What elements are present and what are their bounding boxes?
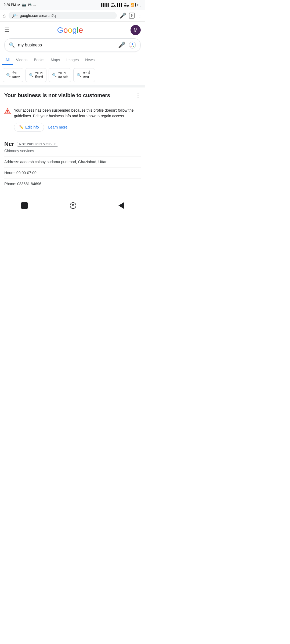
chip-mera-vyapar[interactable]: 🔍 मेरा व्यापार: [3, 68, 23, 82]
chip-search-icon-3: 🔍: [52, 73, 57, 77]
search-input[interactable]: my business: [18, 43, 115, 47]
vo-wifi-label: VoWiFi: [111, 2, 116, 8]
avatar-letter: M: [133, 27, 137, 33]
url-text: google.com/search?q: [20, 13, 56, 18]
business-hours: Hours: 09:00-07:00: [4, 171, 37, 175]
warning-icon: [4, 108, 11, 115]
back-square-button[interactable]: [21, 202, 28, 209]
chip-vyapar-arth[interactable]: 🔍 व्यापार का अर्थ: [49, 68, 71, 82]
notification-m: M: [17, 3, 20, 7]
svg-point-2: [133, 46, 134, 47]
business-phone-row: Phone: 083681 84696: [4, 178, 141, 189]
edit-info-button[interactable]: ✏️ Edit info: [14, 123, 44, 132]
chip-search-icon-4: 🔍: [77, 73, 81, 77]
business-header: Your business is not visible to customer…: [4, 92, 141, 99]
chip-kamai[interactable]: 🔍 कमाई व्यापा...: [73, 68, 95, 82]
pencil-icon: ✏️: [19, 125, 24, 129]
time-display: 9:29 PM: [4, 3, 16, 7]
home-icon[interactable]: ⌂: [3, 13, 6, 19]
section-divider: [0, 85, 145, 87]
tab-books[interactable]: Books: [31, 55, 48, 65]
business-address: Address: aadarsh colony sudama puri road…: [4, 160, 107, 164]
bottom-nav: [0, 199, 145, 213]
suspended-text-block: Your access has been suspended because t…: [14, 108, 141, 132]
browser-bar: ⌂ 🔎- google.com/search?q 🎤 6 ⋮: [0, 10, 145, 22]
tab-all[interactable]: All: [2, 55, 13, 65]
chip-vyapar-vicharon[interactable]: 🔍 व्यापार विचारों: [26, 68, 46, 82]
suspended-notice: Your access has been suspended because t…: [0, 103, 145, 136]
business-hours-row: Hours: 09:00-07:00: [4, 167, 141, 178]
voice-search-icon[interactable]: 🎤: [118, 42, 125, 49]
avatar[interactable]: M: [130, 25, 141, 35]
business-options-menu-icon[interactable]: ⋮: [132, 92, 141, 99]
lens-icon[interactable]: [129, 41, 136, 49]
business-section: Your business is not visible to customer…: [0, 87, 145, 99]
suggested-chips-row: 🔍 मेरा व्यापार 🔍 व्यापार विचारों 🔍 व्याप…: [0, 65, 145, 85]
back-arrow-button[interactable]: [118, 202, 124, 209]
business-phone: Phone: 083681 84696: [4, 182, 41, 186]
chip-search-icon-2: 🔍: [29, 73, 34, 77]
google-header: ☰ Google M: [0, 22, 145, 38]
lock-icon: 🔎-: [12, 13, 18, 18]
business-visibility-title: Your business is not visible to customer…: [4, 92, 132, 99]
wifi-icon: 📶: [130, 3, 134, 7]
browser-menu-icon[interactable]: ⋮: [137, 12, 142, 19]
tab-count[interactable]: 6: [129, 13, 135, 19]
svg-point-1: [130, 46, 132, 47]
home-circle-inner: [72, 204, 74, 206]
business-address-row: Address: aadarsh colony sudama puri road…: [4, 156, 141, 167]
more-dots: ···: [33, 3, 36, 7]
battery-display: 71: [135, 3, 141, 7]
biz-name-row: Ncr NOT PUBLICLY VISIBLE: [4, 141, 141, 148]
tabs-row: All Videos Books Maps Images News: [0, 55, 145, 65]
screenshot-icon: 📷: [22, 3, 26, 7]
url-bar[interactable]: 🔎- google.com/search?q: [9, 12, 117, 19]
search-icon: 🔍: [9, 42, 15, 48]
learn-more-button[interactable]: Learn more: [48, 125, 68, 129]
gamepad-icon: 🎮: [28, 3, 32, 7]
vo-wifi2-label: VoWiFi: [124, 2, 129, 8]
learn-more-label: Learn more: [48, 125, 68, 129]
signal-icon: ▌▌▌▌: [101, 3, 110, 6]
business-category: Chimney services: [4, 149, 141, 153]
business-name: Ncr: [4, 141, 14, 148]
not-publicly-visible-badge: NOT PUBLICLY VISIBLE: [17, 142, 58, 147]
search-box[interactable]: 🔍 my business 🎤: [4, 38, 141, 52]
action-buttons: ✏️ Edit info Learn more: [14, 123, 141, 132]
search-container: 🔍 my business 🎤: [0, 38, 145, 55]
tab-videos[interactable]: Videos: [13, 55, 31, 65]
chip-search-icon-1: 🔍: [6, 73, 11, 77]
status-right: ▌▌▌▌ VoWiFi ▌▌▌ VoWiFi 📶 71: [101, 2, 141, 8]
status-bar: 9:29 PM M 📷 🎮 ··· ▌▌▌▌ VoWiFi ▌▌▌ VoWiFi…: [0, 0, 145, 10]
tab-maps[interactable]: Maps: [48, 55, 63, 65]
hamburger-menu-icon[interactable]: ☰: [4, 27, 10, 33]
tab-images[interactable]: Images: [63, 55, 82, 65]
business-details: Ncr NOT PUBLICLY VISIBLE Chimney service…: [0, 136, 145, 193]
signal2-icon: ▌▌▌: [117, 3, 123, 6]
microphone-icon[interactable]: 🎤: [119, 12, 126, 19]
tab-news[interactable]: News: [82, 55, 98, 65]
status-left: 9:29 PM M 📷 🎮 ···: [4, 3, 36, 7]
home-circle-button[interactable]: [70, 202, 76, 209]
svg-point-4: [7, 112, 8, 113]
google-logo: Google: [57, 25, 83, 35]
suspended-message: Your access has been suspended because t…: [14, 108, 141, 119]
edit-info-label: Edit info: [25, 125, 39, 129]
